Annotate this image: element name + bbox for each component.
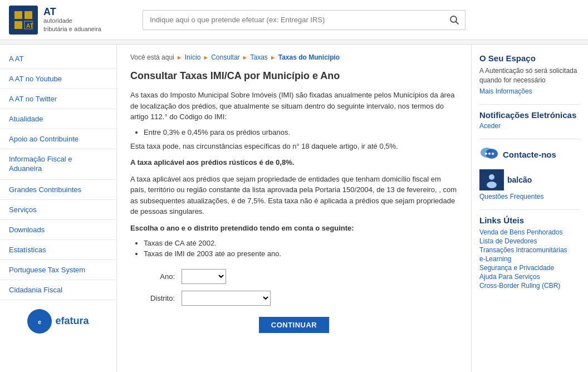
questoes-link[interactable]: Questões Frequentes	[479, 193, 580, 200]
sidebar-logo-area: e efatura	[0, 300, 116, 342]
bullet-list-1: Entre 0,3% e 0,45% para os prédios urban…	[144, 128, 458, 136]
sidebar-item-twitter[interactable]: A AT no Twitter	[0, 89, 116, 109]
link-ajuda[interactable]: Ajuda Para Serviços	[479, 273, 580, 281]
notif-title: Notificações Eletrónicas	[479, 110, 580, 120]
balcao-icon	[479, 169, 504, 190]
breadcrumb: Você está aqui ► Início ► Consultar ► Ta…	[130, 53, 458, 61]
aceder-link[interactable]: Aceder	[479, 122, 580, 130]
sidebar-item-portuguese-tax[interactable]: Portuguese Tax System	[0, 260, 116, 280]
link-lista-devedores[interactable]: Lista de Devedores	[479, 237, 580, 245]
svg-line-7	[456, 21, 459, 24]
sidebar-item-grandes[interactable]: Grandes Contribuintes	[0, 180, 116, 200]
svg-point-13	[492, 153, 494, 155]
sidebar-item-cidadania[interactable]: Cidadania Fiscal	[0, 280, 116, 300]
breadcrumb-current: Taxas do Município	[278, 53, 340, 61]
bullet-ca: Taxas de CA até 2002.	[144, 239, 458, 247]
breadcrumb-arrow-2: ►	[203, 54, 209, 61]
breadcrumb-taxas[interactable]: Taxas	[250, 53, 267, 61]
breadcrumb-inicio[interactable]: Início	[185, 53, 201, 61]
sidebar-item-info-fiscal[interactable]: Informação Fiscal eAduaneira	[0, 149, 116, 180]
contacte-section: Contacte-nos balcão Questões Frequentes	[479, 145, 580, 200]
sidebar-item-atualidade[interactable]: Atualidade	[0, 109, 116, 129]
link-cross-border[interactable]: Cross-Border Ruling (CBR)	[479, 282, 580, 290]
balcao-row: balcão	[479, 169, 580, 190]
sidebar-item-estatisticas[interactable]: Estatísticas	[0, 240, 116, 260]
sidebar-item-servicos[interactable]: Serviços	[0, 200, 116, 220]
ano-label: Ano:	[130, 272, 175, 281]
main-layout: A AT A AT no Youtube A AT no Twitter Atu…	[0, 45, 588, 372]
ano-select[interactable]	[182, 269, 226, 284]
sidebar-item-a-at[interactable]: A AT	[0, 49, 116, 69]
ano-row: Ano:	[130, 269, 458, 284]
breadcrumb-arrow-3: ►	[242, 54, 248, 61]
svg-rect-2	[24, 11, 32, 19]
mais-info-link[interactable]: Mais Informações	[479, 87, 580, 95]
page-title: Consultar Taxas IMI/CA por Município e A…	[130, 70, 458, 82]
search-button[interactable]	[444, 10, 465, 30]
seu-espaco-desc: A Autenticação só será solicitada quando…	[479, 66, 580, 85]
sidebar: A AT A AT no Youtube A AT no Twitter Atu…	[0, 45, 117, 372]
logo-area: AT AT autoridade tributária e aduaneira	[9, 6, 131, 35]
search-area	[143, 10, 465, 30]
svg-text:AT: AT	[26, 23, 33, 29]
text3: A taxa aplicável aos prédios rústicos é …	[130, 157, 458, 168]
sidebar-item-youtube[interactable]: A AT no Youtube	[0, 69, 116, 89]
svg-rect-1	[14, 11, 22, 19]
seu-espaco-title: O Seu Espaço	[479, 53, 580, 63]
logo-at-text: AT	[43, 7, 101, 17]
efatura-label: efatura	[55, 315, 89, 327]
svg-point-16	[489, 174, 494, 180]
search-input[interactable]	[143, 10, 444, 30]
breadcrumb-you-are-here: Você está aqui	[130, 53, 174, 61]
efatura-icon: e	[27, 309, 52, 334]
text2: Esta taxa pode, nas circunstâncias espec…	[130, 141, 458, 152]
separator-1	[479, 104, 580, 105]
link-seguranca[interactable]: Segurança e Privacidade	[479, 264, 580, 272]
logo-emblem: AT	[9, 6, 38, 35]
subheader-bar	[0, 40, 588, 45]
breadcrumb-arrow-1: ►	[177, 54, 183, 61]
contacte-row: Contacte-nos	[479, 145, 580, 165]
balcao-label: balcão	[507, 175, 532, 184]
text4: A taxa aplicável aos prédios que sejam p…	[130, 174, 458, 217]
contacte-label: Contacte-nos	[503, 150, 556, 159]
content-area: Você está aqui ► Início ► Consultar ► Ta…	[117, 45, 471, 372]
intro-text: As taxas do Imposto Municipal Sobre Imóv…	[130, 90, 458, 123]
link-elearning[interactable]: e-Learning	[479, 255, 580, 263]
form-area: Ano: Distrito: CONTINUAR	[130, 269, 458, 333]
search-icon	[449, 15, 459, 25]
separator-2	[479, 139, 580, 139]
svg-point-14	[485, 153, 487, 155]
contacte-icon	[479, 145, 499, 165]
bullet-urbanos: Entre 0,3% e 0,45% para os prédios urban…	[144, 128, 458, 136]
svg-point-12	[488, 153, 491, 155]
logo-text: AT autoridade tributária e aduaneira	[43, 7, 101, 33]
bullet-list-2: Taxas de CA até 2002. Taxas de IMI de 20…	[144, 239, 458, 258]
choose-text: Escolha o ano e o distrito pretendido te…	[130, 223, 458, 234]
distrito-row: Distrito:	[130, 291, 458, 306]
distrito-select[interactable]	[182, 291, 271, 306]
bullet-imi: Taxas de IMI de 2003 até ao presente ano…	[144, 249, 458, 258]
sidebar-item-downloads[interactable]: Downloads	[0, 220, 116, 240]
separator-3	[479, 209, 580, 210]
distrito-label: Distrito:	[130, 294, 175, 302]
breadcrumb-consultar[interactable]: Consultar	[211, 53, 239, 61]
link-transacoes[interactable]: Transações Intracomunitárias	[479, 246, 580, 254]
header: AT AT autoridade tributária e aduaneira	[0, 0, 588, 40]
breadcrumb-arrow-4: ►	[270, 54, 276, 61]
links-uteis-section: Links Úteis Venda de Bens Penhorados Lis…	[479, 216, 580, 290]
svg-text:e: e	[38, 319, 42, 325]
links-uteis-title: Links Úteis	[479, 216, 580, 225]
efatura-logo[interactable]: e efatura	[27, 309, 89, 334]
continuar-button[interactable]: CONTINUAR	[259, 317, 330, 333]
notif-section: Notificações Eletrónicas Aceder	[479, 110, 580, 130]
sidebar-item-apoio[interactable]: Apoio ao Contribuinte	[0, 129, 116, 149]
seu-espaco-section: O Seu Espaço A Autenticação só será soli…	[479, 53, 580, 95]
svg-rect-3	[14, 21, 22, 29]
svg-point-17	[487, 182, 497, 188]
logo-subtitle: autoridade tributária e aduaneira	[43, 17, 101, 33]
link-venda-bens[interactable]: Venda de Bens Penhorados	[479, 228, 580, 236]
right-panel: O Seu Espaço A Autenticação só será soli…	[471, 45, 588, 372]
